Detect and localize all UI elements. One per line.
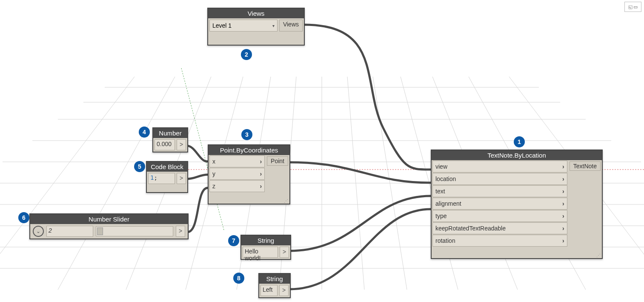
string-output-port[interactable]: > xyxy=(279,285,289,296)
slider-value-field[interactable]: 2 xyxy=(46,226,93,237)
node-title: Number xyxy=(153,128,187,138)
callout-badge-1: 1 xyxy=(514,136,525,147)
node-title: Views xyxy=(208,9,304,18)
slider-handle[interactable] xyxy=(97,227,103,235)
callout-badge-3: 3 xyxy=(241,129,252,140)
node-title: TextNote.ByLocation xyxy=(432,150,602,160)
viewport-toggle-icon[interactable]: ◱▭ xyxy=(624,2,641,12)
textnote-input-rotation[interactable]: rotation› xyxy=(432,235,567,247)
slider-track[interactable] xyxy=(96,226,173,236)
code-block-code-field[interactable]: 1; xyxy=(148,173,175,184)
callout-badge-7: 7 xyxy=(228,235,239,246)
node-number[interactable]: Number 0.000 > xyxy=(152,127,188,152)
point-input-z[interactable]: z› xyxy=(209,180,265,192)
textnote-input-location[interactable]: location› xyxy=(432,173,567,185)
callout-badge-6: 6 xyxy=(18,212,29,223)
node-title: Number Slider xyxy=(30,214,188,224)
node-title: String xyxy=(259,274,290,284)
node-textnote-bylocation[interactable]: TextNote.ByLocation view› location› text… xyxy=(431,150,603,259)
point-output-port[interactable]: Point xyxy=(267,156,288,166)
number-output-port[interactable]: > xyxy=(177,139,186,150)
number-value-field[interactable]: 0.000 xyxy=(155,139,175,150)
chevron-down-icon: ▾ xyxy=(272,23,275,28)
resize-grip-icon[interactable]: ⋰ xyxy=(284,199,288,203)
textnote-input-view[interactable]: view› xyxy=(432,161,567,173)
node-string-hello[interactable]: String Hello world! > xyxy=(240,235,291,260)
callout-badge-8: 8 xyxy=(233,273,244,284)
textnote-input-alignment[interactable]: alignment› xyxy=(432,198,567,210)
slider-output-port[interactable]: > xyxy=(176,226,185,237)
string-output-port[interactable]: > xyxy=(280,247,289,258)
resize-grip-icon[interactable]: ⋰ xyxy=(596,254,601,257)
node-string-left[interactable]: String Left > xyxy=(258,273,291,298)
expand-toggle-icon[interactable]: ⌄ xyxy=(33,226,44,237)
node-number-slider[interactable]: Number Slider ⌄ 2 > xyxy=(29,213,189,239)
string-value-field[interactable]: Left xyxy=(260,285,278,296)
callout-badge-4: 4 xyxy=(139,127,150,138)
callout-badge-5: 5 xyxy=(134,161,145,172)
callout-badge-2: 2 xyxy=(241,49,252,60)
views-dropdown[interactable]: Level 1 ▾ xyxy=(209,20,278,32)
string-value-field[interactable]: Hello world! xyxy=(243,247,278,258)
point-input-x[interactable]: x› xyxy=(209,155,265,167)
node-views[interactable]: Views Level 1 ▾ Views xyxy=(207,8,305,46)
node-code-block[interactable]: Code Block 1; > xyxy=(146,161,188,193)
textnote-input-keeprotated[interactable]: keepRotatedTextReadable› xyxy=(432,222,567,234)
textnote-input-text[interactable]: text› xyxy=(432,185,567,197)
point-input-y[interactable]: y› xyxy=(209,168,265,180)
node-title: String xyxy=(241,236,290,245)
node-title: Point.ByCoordinates xyxy=(209,145,289,155)
node-point-bycoordinates[interactable]: Point.ByCoordinates x› y› z› Point ⋰ xyxy=(208,144,290,204)
textnote-input-type[interactable]: type› xyxy=(432,210,567,222)
node-title: Code Block xyxy=(147,162,187,172)
views-output-port[interactable]: Views xyxy=(279,20,303,32)
textnote-output-port[interactable]: TextNote xyxy=(570,161,601,171)
views-dropdown-value: Level 1 xyxy=(212,22,232,29)
code-block-output-port[interactable]: > xyxy=(177,173,186,184)
